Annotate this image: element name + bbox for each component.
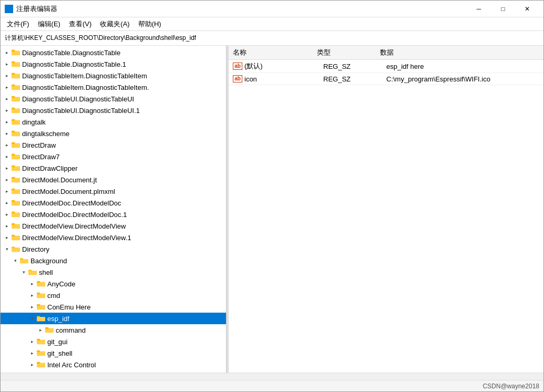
tree-label: DirectDrawClipper: [22, 164, 77, 172]
expander-icon[interactable]: ▸: [3, 152, 11, 161]
tree-item[interactable]: ▸ DiagnosticTableItem.DiagnosticTableIte…: [1, 70, 226, 81]
expander-icon[interactable]: ▾: [11, 256, 19, 265]
tree-label: DirectModelDoc.DirectModelDoc: [22, 199, 121, 207]
minimize-button[interactable]: ─: [467, 1, 491, 17]
expander-icon[interactable]: ▸: [3, 106, 11, 115]
horizontal-scrollbar[interactable]: [1, 373, 543, 380]
tree-item[interactable]: ▸ Intel Arc Control: [1, 359, 226, 370]
expander-icon[interactable]: ▸: [3, 141, 11, 149]
folder-icon: [11, 152, 20, 161]
tree-label: dingtalkscheme: [22, 130, 69, 138]
folder-icon: [11, 141, 20, 149]
svg-rect-15: [12, 108, 15, 110]
tree-item[interactable]: ▾ Directory: [1, 243, 226, 255]
tree-item[interactable]: ▸ dingtalk: [1, 116, 226, 128]
svg-rect-23: [12, 154, 15, 156]
folder-icon: [11, 176, 20, 184]
tree-item[interactable]: ▸ DiagnosticTableUI.DiagnosticTableUI.1: [1, 105, 226, 116]
expander-icon[interactable]: ▸: [28, 280, 36, 288]
expander-icon[interactable]: ▸: [3, 210, 11, 219]
expander-icon[interactable]: ▸: [3, 222, 11, 230]
tree-item[interactable]: ▸ command: [1, 324, 226, 336]
svg-rect-25: [12, 166, 15, 168]
expander-icon[interactable]: ▸: [3, 95, 11, 103]
expander-icon[interactable]: ▸: [3, 48, 11, 57]
tree-item[interactable]: ▸ DirectModel.Document.jt: [1, 174, 226, 185]
folder-icon: [28, 268, 37, 276]
expander-icon[interactable]: ▸: [28, 291, 36, 300]
tree-label: dingtalk: [22, 118, 46, 126]
expander-icon[interactable]: ▸: [28, 349, 36, 357]
tree-item[interactable]: ▸ DirectDraw: [1, 139, 226, 151]
tree-label: DirectDraw: [22, 141, 56, 149]
tree-item[interactable]: ▸ DirectModelView.DirectModelView: [1, 220, 226, 232]
maximize-button[interactable]: □: [491, 1, 515, 17]
tree-item[interactable]: ▾ Background: [1, 255, 226, 266]
svg-rect-46: [28, 271, 37, 275]
tree-item[interactable]: ▸ DirectModelView.DirectModelView.1: [1, 232, 226, 243]
tree-item[interactable]: ▸ DiagnosticTableItem.DiagnosticTableIte…: [1, 81, 226, 93]
expander-icon[interactable]: ▸: [3, 187, 11, 195]
expander-icon[interactable]: ▾: [3, 245, 11, 253]
expander-icon[interactable]: ▾: [19, 268, 28, 276]
tree-label: DiagnosticTableItem.DiagnosticTableItem: [22, 72, 147, 80]
tree-item[interactable]: ▸ DiagnosticTableUI.DiagnosticTableUI: [1, 93, 226, 105]
folder-icon: [11, 187, 20, 195]
folder-icon: [36, 291, 46, 300]
tree-item[interactable]: ▸ DirectModel.Document.plmxml: [1, 185, 226, 197]
expander-icon[interactable]: ▸: [28, 303, 36, 311]
col-header-type: 类型: [317, 48, 380, 57]
app-icon: [5, 5, 13, 13]
tree-item[interactable]: ▸ DiagnosticTable.DiagnosticTable.1: [1, 58, 226, 70]
table-row[interactable]: ab (默认) REG_SZ esp_idf here: [229, 60, 543, 73]
menu-item[interactable]: 收藏夹(A): [96, 18, 134, 30]
expander-icon[interactable]: ▸: [3, 199, 11, 207]
svg-rect-48: [37, 281, 40, 283]
expander-icon[interactable]: ▸: [3, 71, 11, 80]
expander-icon[interactable]: ▸: [28, 337, 36, 346]
folder-icon: [11, 71, 20, 80]
menu-item[interactable]: 文件(F): [3, 18, 34, 30]
expander-icon[interactable]: ▸: [3, 60, 11, 68]
close-button[interactable]: ✕: [515, 1, 539, 17]
expander-icon[interactable]: ▸: [36, 326, 45, 334]
tree-item[interactable]: ▸ dingtalkscheme: [1, 128, 226, 139]
folder-icon: [11, 245, 20, 253]
expander-icon[interactable]: ▸: [3, 164, 11, 172]
folder-icon: [36, 349, 46, 357]
folder-icon: [19, 256, 29, 265]
expander-icon[interactable]: ▸: [3, 83, 11, 91]
tree-item[interactable]: ▸ DirectModelDoc.DirectModelDoc: [1, 197, 226, 209]
tree-item[interactable]: ▸ DirectModelDoc.DirectModelDoc.1: [1, 209, 226, 220]
svg-rect-43: [20, 259, 28, 263]
tree-item[interactable]: ▸ git_shell: [1, 347, 226, 359]
tree-label: DiagnosticTable.DiagnosticTable.1: [22, 60, 126, 68]
tree-label: command: [56, 326, 86, 334]
folder-icon: [45, 326, 54, 334]
folder-icon: [11, 118, 20, 126]
tree-item[interactable]: ▸ AnyCode: [1, 278, 226, 290]
svg-rect-35: [12, 223, 15, 225]
tree-item[interactable]: ▾ esp_idf: [1, 313, 226, 324]
expander-icon[interactable]: ▸: [3, 129, 11, 138]
tree-panel[interactable]: ▸ DiagnosticTable.DiagnosticTable ▸ Diag…: [1, 46, 227, 373]
tree-item[interactable]: ▸ DiagnosticTable.DiagnosticTable: [1, 47, 226, 58]
expander-icon[interactable]: ▸: [28, 360, 36, 369]
table-row[interactable]: ab icon REG_SZ C:\my_program\Espressif\W…: [229, 73, 543, 85]
expander-icon[interactable]: ▾: [28, 314, 36, 323]
tree-label: DirectModelDoc.DirectModelDoc.1: [22, 211, 127, 219]
tree-item[interactable]: ▸ DirectDrawClipper: [1, 162, 226, 174]
expander-icon[interactable]: ▸: [3, 118, 11, 126]
menu-item[interactable]: 帮助(H): [134, 18, 166, 30]
menu-item[interactable]: 编辑(E): [34, 18, 65, 30]
tree-item[interactable]: ▸ DirectDraw7: [1, 151, 226, 162]
detail-rows: ab (默认) REG_SZ esp_idf here ab icon REG_…: [229, 60, 543, 373]
tree-item[interactable]: ▸ ConEmu Here: [1, 301, 226, 313]
expander-icon[interactable]: ▸: [3, 176, 11, 184]
menu-item[interactable]: 查看(V): [65, 18, 96, 30]
tree-item[interactable]: ▸ cmd: [1, 290, 226, 301]
expander-icon[interactable]: ▸: [3, 233, 11, 242]
tree-item[interactable]: ▾ shell: [1, 266, 226, 278]
tree-item[interactable]: ▸ git_gui: [1, 336, 226, 347]
title-bar: 注册表编辑器 ─ □ ✕: [1, 1, 543, 17]
